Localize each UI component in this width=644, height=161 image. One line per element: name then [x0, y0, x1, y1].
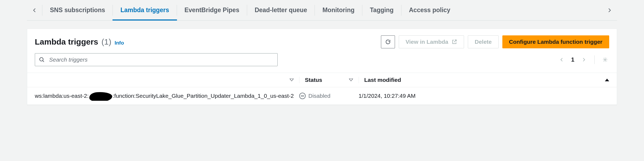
tabs-scroll-right[interactable]	[602, 5, 617, 15]
pager-prev[interactable]	[558, 56, 566, 64]
button-label: View in Lambda	[406, 39, 448, 45]
delete-button[interactable]: Delete	[468, 35, 498, 48]
tab-label: Monitoring	[322, 6, 355, 14]
button-label: Configure Lambda function trigger	[509, 39, 603, 45]
sort-icon	[605, 79, 609, 81]
panel-title: Lambda triggers	[35, 37, 98, 46]
table-row[interactable]: ws:lambda:us-east-2::function:SecurityLa…	[27, 87, 617, 105]
tab-lambda-triggers[interactable]: Lambda triggers	[113, 5, 176, 16]
panel-count: (1)	[101, 37, 111, 46]
column-header-last-modified[interactable]: Last modified	[359, 77, 609, 83]
sort-icon	[349, 79, 353, 81]
redacted-account-id	[89, 92, 112, 101]
column-header-arn[interactable]	[35, 79, 294, 81]
status-cell: Disabled	[299, 93, 353, 99]
tab-label: SNS subscriptions	[50, 6, 105, 14]
panel-header: Lambda triggers (1) Info View in Lambda …	[27, 29, 617, 53]
svg-line-1	[43, 61, 44, 62]
button-label: Delete	[475, 39, 492, 45]
settings-button[interactable]	[601, 56, 609, 64]
external-link-icon	[451, 39, 457, 45]
chevron-left-icon	[559, 57, 564, 62]
tab-dead-letter-queue[interactable]: Dead-letter queue	[247, 5, 315, 16]
tab-access-policy[interactable]: Access policy	[401, 5, 458, 16]
gear-icon	[602, 57, 608, 62]
pager: 1	[558, 55, 609, 64]
refresh-button[interactable]	[381, 35, 395, 48]
pager-page-number: 1	[571, 56, 574, 63]
panel-toolbar: 1	[27, 53, 617, 73]
search-icon	[39, 56, 45, 63]
svg-point-2	[604, 59, 606, 60]
svg-point-0	[40, 58, 43, 61]
lambda-triggers-panel: Lambda triggers (1) Info View in Lambda …	[27, 29, 617, 105]
disabled-icon	[299, 93, 306, 99]
column-label: Last modified	[364, 77, 401, 83]
last-modified-text: 1/1/2024, 10:27:49 AM	[359, 93, 415, 99]
tab-label: Lambda triggers	[120, 6, 169, 14]
status-text: Disabled	[308, 93, 330, 99]
tab-label: Access policy	[409, 6, 450, 14]
column-label: Status	[305, 77, 322, 83]
tab-sns-subscriptions[interactable]: SNS subscriptions	[42, 5, 113, 16]
tab-label: Dead-letter queue	[255, 6, 307, 14]
tabs-scroll-left[interactable]	[27, 5, 42, 15]
chevron-right-icon	[581, 57, 587, 62]
pager-next[interactable]	[580, 56, 588, 64]
search-triggers-input[interactable]	[35, 53, 278, 66]
view-in-lambda-button[interactable]: View in Lambda	[399, 35, 464, 48]
tab-eventbridge-pipes[interactable]: EventBridge Pipes	[177, 5, 247, 16]
function-arn: ws:lambda:us-east-2::function:SecurityLa…	[35, 91, 294, 101]
refresh-icon	[385, 39, 391, 45]
sort-icon	[289, 79, 294, 81]
tabs-bar: SNS subscriptions Lambda triggers EventB…	[27, 0, 617, 21]
tab-label: Tagging	[370, 6, 394, 14]
column-header-status[interactable]: Status	[299, 77, 353, 83]
table-header: Status Last modified	[27, 73, 617, 87]
tab-label: EventBridge Pipes	[185, 6, 239, 14]
tab-monitoring[interactable]: Monitoring	[315, 5, 362, 16]
info-link[interactable]: Info	[115, 40, 124, 46]
configure-lambda-trigger-button[interactable]: Configure Lambda function trigger	[502, 35, 609, 48]
tab-tagging[interactable]: Tagging	[362, 5, 401, 16]
